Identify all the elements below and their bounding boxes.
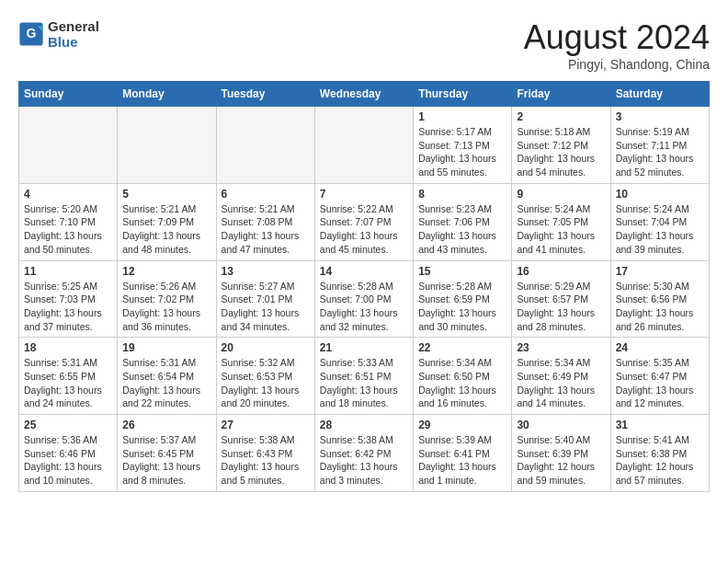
day-cell: 12Sunrise: 5:26 AM Sunset: 7:02 PM Dayli… xyxy=(118,260,216,338)
day-cell: 2Sunrise: 5:18 AM Sunset: 7:12 PM Daylig… xyxy=(512,107,610,184)
day-number: 6 xyxy=(222,188,310,201)
day-cell: 22Sunrise: 5:34 AM Sunset: 6:50 PM Dayli… xyxy=(414,338,512,415)
day-info: Sunrise: 5:28 AM Sunset: 7:00 PM Dayligh… xyxy=(320,280,408,334)
col-header-tuesday: Tuesday xyxy=(216,82,314,107)
day-cell: 11Sunrise: 5:25 AM Sunset: 7:03 PM Dayli… xyxy=(19,260,118,338)
logo-icon: G xyxy=(18,21,44,47)
day-number: 3 xyxy=(616,110,704,123)
day-cell: 31Sunrise: 5:41 AM Sunset: 6:38 PM Dayli… xyxy=(610,415,709,492)
day-number: 5 xyxy=(122,188,210,201)
day-cell: 27Sunrise: 5:38 AM Sunset: 6:43 PM Dayli… xyxy=(216,415,314,492)
title-area: August 2024 Pingyi, Shandong, China xyxy=(524,18,710,72)
day-info: Sunrise: 5:24 AM Sunset: 7:04 PM Dayligh… xyxy=(616,202,704,257)
day-number: 12 xyxy=(122,265,210,278)
day-info: Sunrise: 5:40 AM Sunset: 6:39 PM Dayligh… xyxy=(517,433,605,488)
day-number: 17 xyxy=(616,265,704,278)
day-cell: 9Sunrise: 5:24 AM Sunset: 7:05 PM Daylig… xyxy=(512,183,610,260)
week-row-4: 18Sunrise: 5:31 AM Sunset: 6:55 PM Dayli… xyxy=(19,338,710,415)
day-number: 13 xyxy=(222,265,310,278)
day-cell: 6Sunrise: 5:21 AM Sunset: 7:08 PM Daylig… xyxy=(216,183,314,260)
day-cell: 23Sunrise: 5:34 AM Sunset: 6:49 PM Dayli… xyxy=(512,338,610,415)
day-cell: 14Sunrise: 5:28 AM Sunset: 7:00 PM Dayli… xyxy=(314,260,413,338)
day-number: 11 xyxy=(24,265,112,278)
day-cell: 17Sunrise: 5:30 AM Sunset: 6:56 PM Dayli… xyxy=(610,260,709,338)
day-info: Sunrise: 5:31 AM Sunset: 6:55 PM Dayligh… xyxy=(24,356,112,410)
day-number: 9 xyxy=(517,188,605,201)
day-number: 26 xyxy=(122,419,210,431)
day-info: Sunrise: 5:21 AM Sunset: 7:09 PM Dayligh… xyxy=(122,202,210,257)
location: Pingyi, Shandong, China xyxy=(524,57,710,72)
day-cell: 21Sunrise: 5:33 AM Sunset: 6:51 PM Dayli… xyxy=(314,338,413,415)
header-row: SundayMondayTuesdayWednesdayThursdayFrid… xyxy=(19,82,710,107)
day-number: 19 xyxy=(122,341,210,354)
day-cell: 5Sunrise: 5:21 AM Sunset: 7:09 PM Daylig… xyxy=(118,183,216,260)
day-info: Sunrise: 5:33 AM Sunset: 6:51 PM Dayligh… xyxy=(320,356,408,410)
day-info: Sunrise: 5:38 AM Sunset: 6:43 PM Dayligh… xyxy=(222,433,310,488)
day-info: Sunrise: 5:30 AM Sunset: 6:56 PM Dayligh… xyxy=(616,280,704,334)
day-number: 30 xyxy=(517,419,605,431)
day-info: Sunrise: 5:27 AM Sunset: 7:01 PM Dayligh… xyxy=(222,280,310,334)
day-cell: 8Sunrise: 5:23 AM Sunset: 7:06 PM Daylig… xyxy=(414,183,512,260)
day-cell xyxy=(19,107,118,184)
day-number: 23 xyxy=(517,341,605,354)
logo: G General Blue xyxy=(18,18,99,50)
calendar-table: SundayMondayTuesdayWednesdayThursdayFrid… xyxy=(18,81,710,492)
day-cell: 26Sunrise: 5:37 AM Sunset: 6:45 PM Dayli… xyxy=(118,415,216,492)
day-info: Sunrise: 5:24 AM Sunset: 7:05 PM Dayligh… xyxy=(517,202,605,257)
day-cell: 16Sunrise: 5:29 AM Sunset: 6:57 PM Dayli… xyxy=(512,260,610,338)
day-info: Sunrise: 5:17 AM Sunset: 7:13 PM Dayligh… xyxy=(418,125,506,179)
week-row-3: 11Sunrise: 5:25 AM Sunset: 7:03 PM Dayli… xyxy=(19,260,710,338)
day-number: 16 xyxy=(517,265,605,278)
day-info: Sunrise: 5:34 AM Sunset: 6:49 PM Dayligh… xyxy=(517,356,605,410)
week-row-1: 1Sunrise: 5:17 AM Sunset: 7:13 PM Daylig… xyxy=(19,107,710,184)
day-number: 10 xyxy=(616,188,704,201)
day-cell xyxy=(314,107,413,184)
col-header-monday: Monday xyxy=(118,82,216,107)
day-number: 22 xyxy=(418,341,506,354)
day-info: Sunrise: 5:35 AM Sunset: 6:47 PM Dayligh… xyxy=(616,356,704,410)
day-number: 2 xyxy=(517,110,605,123)
day-number: 28 xyxy=(320,419,408,431)
day-cell xyxy=(216,107,314,184)
day-info: Sunrise: 5:23 AM Sunset: 7:06 PM Dayligh… xyxy=(418,202,506,257)
day-number: 29 xyxy=(418,419,506,431)
day-cell: 25Sunrise: 5:36 AM Sunset: 6:46 PM Dayli… xyxy=(19,415,118,492)
col-header-thursday: Thursday xyxy=(414,82,512,107)
col-header-saturday: Saturday xyxy=(610,82,709,107)
day-cell: 7Sunrise: 5:22 AM Sunset: 7:07 PM Daylig… xyxy=(314,183,413,260)
day-info: Sunrise: 5:38 AM Sunset: 6:42 PM Dayligh… xyxy=(320,433,408,488)
day-info: Sunrise: 5:28 AM Sunset: 6:59 PM Dayligh… xyxy=(418,280,506,334)
month-title: August 2024 xyxy=(524,18,710,57)
day-cell xyxy=(118,107,216,184)
day-info: Sunrise: 5:32 AM Sunset: 6:53 PM Dayligh… xyxy=(222,356,310,410)
day-number: 20 xyxy=(222,341,310,354)
week-row-5: 25Sunrise: 5:36 AM Sunset: 6:46 PM Dayli… xyxy=(19,415,710,492)
day-cell: 15Sunrise: 5:28 AM Sunset: 6:59 PM Dayli… xyxy=(414,260,512,338)
day-number: 27 xyxy=(222,419,310,431)
week-row-2: 4Sunrise: 5:20 AM Sunset: 7:10 PM Daylig… xyxy=(19,183,710,260)
day-number: 4 xyxy=(24,188,112,201)
day-number: 1 xyxy=(418,110,506,123)
day-number: 31 xyxy=(616,419,704,431)
day-info: Sunrise: 5:22 AM Sunset: 7:07 PM Dayligh… xyxy=(320,202,408,257)
day-cell: 20Sunrise: 5:32 AM Sunset: 6:53 PM Dayli… xyxy=(216,338,314,415)
day-info: Sunrise: 5:34 AM Sunset: 6:50 PM Dayligh… xyxy=(418,356,506,410)
day-cell: 3Sunrise: 5:19 AM Sunset: 7:11 PM Daylig… xyxy=(610,107,709,184)
svg-text:G: G xyxy=(27,26,37,40)
day-cell: 28Sunrise: 5:38 AM Sunset: 6:42 PM Dayli… xyxy=(314,415,413,492)
col-header-sunday: Sunday xyxy=(19,82,118,107)
col-header-friday: Friday xyxy=(512,82,610,107)
day-number: 7 xyxy=(320,188,408,201)
day-number: 24 xyxy=(616,341,704,354)
day-info: Sunrise: 5:26 AM Sunset: 7:02 PM Dayligh… xyxy=(122,280,210,334)
day-info: Sunrise: 5:21 AM Sunset: 7:08 PM Dayligh… xyxy=(222,202,310,257)
day-cell: 24Sunrise: 5:35 AM Sunset: 6:47 PM Dayli… xyxy=(610,338,709,415)
day-info: Sunrise: 5:39 AM Sunset: 6:41 PM Dayligh… xyxy=(418,433,506,488)
day-info: Sunrise: 5:36 AM Sunset: 6:46 PM Dayligh… xyxy=(24,433,112,488)
day-cell: 30Sunrise: 5:40 AM Sunset: 6:39 PM Dayli… xyxy=(512,415,610,492)
col-header-wednesday: Wednesday xyxy=(314,82,413,107)
day-info: Sunrise: 5:19 AM Sunset: 7:11 PM Dayligh… xyxy=(616,125,704,179)
day-info: Sunrise: 5:20 AM Sunset: 7:10 PM Dayligh… xyxy=(24,202,112,257)
day-cell: 29Sunrise: 5:39 AM Sunset: 6:41 PM Dayli… xyxy=(414,415,512,492)
day-info: Sunrise: 5:18 AM Sunset: 7:12 PM Dayligh… xyxy=(517,125,605,179)
